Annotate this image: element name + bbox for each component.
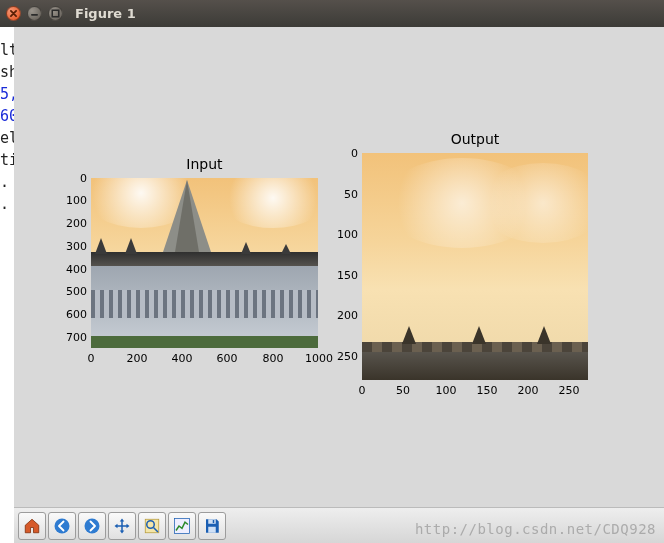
input-image — [91, 178, 318, 348]
svg-point-2 — [85, 518, 100, 533]
zoom-button[interactable] — [138, 512, 166, 540]
window-titlebar: Figure 1 — [0, 0, 664, 27]
window-title: Figure 1 — [75, 6, 136, 21]
zoom-icon — [143, 517, 161, 535]
svg-rect-7 — [208, 526, 216, 532]
forward-icon — [83, 517, 101, 535]
subplot-output: Output 0 50 100 150 200 250 0 50 100 150… — [362, 153, 588, 380]
background-code-fragment: lt sh 5, 60 el ti . . — [0, 27, 14, 330]
back-button[interactable] — [48, 512, 76, 540]
back-icon — [53, 517, 71, 535]
save-button[interactable] — [198, 512, 226, 540]
home-button[interactable] — [18, 512, 46, 540]
pan-icon — [113, 517, 131, 535]
subplot-title: Input — [91, 156, 318, 172]
minimize-icon[interactable] — [27, 6, 42, 21]
subplot-input: Input 0 100 200 300 400 500 600 — [91, 178, 318, 348]
subplot-title: Output — [362, 131, 588, 147]
subplots-icon — [173, 517, 191, 535]
maximize-icon[interactable] — [48, 6, 63, 21]
watermark-text: http://blog.csdn.net/CDQ928 — [415, 521, 656, 537]
svg-rect-0 — [52, 10, 59, 17]
home-icon — [23, 517, 41, 535]
svg-rect-5 — [175, 518, 190, 533]
svg-rect-8 — [213, 520, 215, 523]
subplots-button[interactable] — [168, 512, 196, 540]
forward-button[interactable] — [78, 512, 106, 540]
save-icon — [203, 517, 221, 535]
svg-point-1 — [55, 518, 70, 533]
figure-canvas: Input 0 100 200 300 400 500 600 — [14, 27, 664, 507]
close-icon[interactable] — [6, 6, 21, 21]
svg-rect-6 — [208, 519, 216, 524]
pan-button[interactable] — [108, 512, 136, 540]
output-image — [362, 153, 588, 380]
